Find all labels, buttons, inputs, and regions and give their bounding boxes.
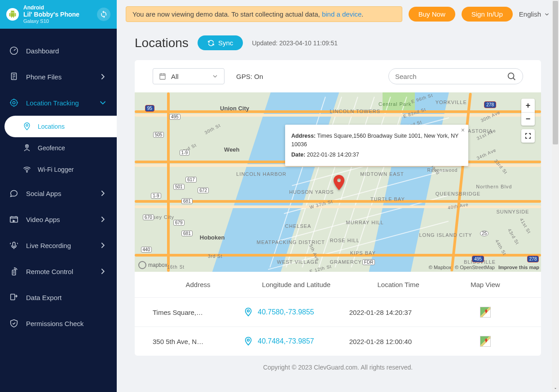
nav-label: Location Tracking [26, 99, 91, 107]
locations-table: Address Longitude and Latitude Location … [135, 272, 541, 356]
language-selector[interactable]: English [519, 10, 550, 18]
chevron-down-icon [544, 11, 550, 17]
attrib-osm[interactable]: © OpenStreetMap [455, 265, 495, 270]
footer: Copyright © 2023 ClevGuard.com. All righ… [135, 356, 541, 371]
date-filter[interactable]: All [153, 68, 224, 84]
col-mapview: Map View [448, 281, 523, 288]
svg-rect-10 [11, 294, 15, 300]
chevron-right-icon [98, 266, 108, 276]
col-address: Address [153, 281, 243, 288]
svg-point-12 [508, 73, 514, 79]
sub-nav-location: Locations Geofence Wi-Fi Logger [0, 116, 117, 180]
device-name: Lil' Bobby's Phone [23, 11, 92, 18]
improve-map-link[interactable]: Improve this map [498, 265, 539, 270]
nav-label: Video Apps [26, 216, 91, 223]
device-info: Android Lil' Bobby's Phone Galaxy S10 [23, 4, 92, 24]
col-coords: Longitude and Latitude [243, 281, 349, 288]
nav-remote-control[interactable]: Remote Control [0, 258, 117, 284]
nav-label: Permissions Check [26, 320, 108, 327]
scrollbar-down-button[interactable] [552, 385, 559, 392]
mapbox-logo: mapbox [138, 261, 167, 269]
buy-now-button[interactable]: Buy Now [409, 7, 455, 22]
chevron-down-icon [211, 73, 219, 80]
svg-rect-11 [160, 74, 165, 79]
page-header: Locations Sync Updated: 2023-04-10 11:09… [135, 35, 541, 50]
sub-wifi-logger[interactable]: Wi-Fi Logger [4, 159, 117, 180]
bind-device-link[interactable]: bind a device [322, 10, 361, 18]
chevron-right-icon [98, 214, 108, 224]
nav-location-tracking[interactable]: Location Tracking [0, 90, 117, 116]
fullscreen-button[interactable] [521, 129, 535, 143]
nav-label: Data Export [26, 294, 108, 301]
nav-label: Remote Control [26, 268, 91, 275]
map[interactable]: Union City Weeh Hoboken Jersey City LINC… [135, 92, 541, 272]
svg-point-4 [26, 125, 28, 126]
sync-button[interactable]: Sync [198, 35, 243, 50]
nav: Dashboard Phone Files Location Tracking … [0, 29, 117, 345]
svg-rect-8 [13, 242, 15, 247]
zoom-in-button[interactable]: + [521, 99, 535, 112]
date-filter-label: All [171, 73, 207, 80]
sync-icon [207, 39, 215, 47]
sub-label: Geofence [38, 144, 65, 152]
demo-banner: You are now viewing demo data. To start … [126, 6, 402, 22]
table-row: 350 5th Ave, N… 40.7484,-73.9857 2022-01… [135, 327, 541, 356]
address-cell: 350 5th Ave, N… [153, 338, 243, 345]
pin-icon [243, 307, 253, 317]
svg-point-6 [26, 171, 27, 172]
time-cell: 2022-01-28 12:00:40 [349, 338, 448, 345]
android-icon [6, 8, 19, 21]
content: Locations Sync Updated: 2023-04-10 11:09… [117, 28, 559, 380]
main: You are now viewing demo data. To start … [117, 0, 559, 392]
search-input[interactable] [395, 73, 506, 80]
time-cell: 2022-01-28 14:20:37 [349, 309, 448, 316]
device-os: Android [23, 4, 92, 11]
gps-status: GPS: On [236, 73, 263, 80]
swap-device-button[interactable] [97, 8, 110, 21]
scrollbar-thumb[interactable] [553, 1, 558, 144]
table-header: Address Longitude and Latitude Location … [135, 272, 541, 297]
zoom-out-button[interactable]: − [521, 112, 535, 126]
banner-text-post: . [361, 10, 363, 18]
sync-label: Sync [218, 39, 233, 47]
map-marker[interactable] [334, 175, 344, 190]
svg-point-13 [247, 310, 250, 312]
sub-label: Wi-Fi Logger [38, 166, 74, 173]
nav-video-apps[interactable]: Video Apps [0, 206, 117, 232]
page-title: Locations [135, 36, 189, 50]
nav-phone-files[interactable]: Phone Files [0, 64, 117, 90]
sub-locations[interactable]: Locations [4, 116, 117, 137]
nav-label: Social Apps [26, 190, 91, 197]
mapview-button[interactable] [480, 307, 491, 318]
nav-label: Phone Files [26, 73, 91, 81]
mapview-button[interactable] [480, 336, 491, 347]
coords-cell[interactable]: 40.7484,-73.9857 [243, 336, 349, 346]
popup-close-button[interactable]: × [461, 126, 465, 134]
nav-permissions-check[interactable]: Permissions Check [0, 310, 117, 336]
coords-cell[interactable]: 40.7580,-73.9855 [243, 307, 349, 317]
device-model: Galaxy S10 [23, 18, 92, 24]
signin-button[interactable]: Sign In/Up [462, 7, 513, 22]
locations-card: All GPS: On [135, 60, 541, 356]
filter-bar: All GPS: On [135, 60, 541, 92]
nav-data-export[interactable]: Data Export [0, 284, 117, 310]
calendar-icon [158, 72, 167, 80]
sidebar: Android Lil' Bobby's Phone Galaxy S10 Da… [0, 0, 117, 392]
map-attribution: © Mapbox © OpenStreetMap Improve this ma… [429, 265, 539, 270]
map-popup: × Address: Times Square,1560 Broadway Su… [285, 125, 468, 166]
nav-label: Live Recording [26, 242, 91, 249]
svg-point-14 [247, 339, 250, 341]
attrib-mapbox[interactable]: © Mapbox [429, 265, 451, 270]
updated-text: Updated: 2023-04-10 11:09:51 [252, 39, 338, 47]
chevron-down-icon [98, 98, 108, 108]
map-controls: + − [521, 99, 535, 143]
nav-dashboard[interactable]: Dashboard [0, 38, 117, 64]
col-time: Location Time [349, 281, 448, 288]
topbar: You are now viewing demo data. To start … [117, 0, 559, 28]
search-box[interactable] [388, 68, 523, 84]
svg-point-3 [11, 100, 18, 106]
nav-live-recording[interactable]: Live Recording [0, 232, 117, 258]
nav-social-apps[interactable]: Social Apps [0, 180, 117, 206]
page-scrollbar[interactable] [552, 0, 559, 392]
sub-geofence[interactable]: Geofence [4, 137, 117, 159]
